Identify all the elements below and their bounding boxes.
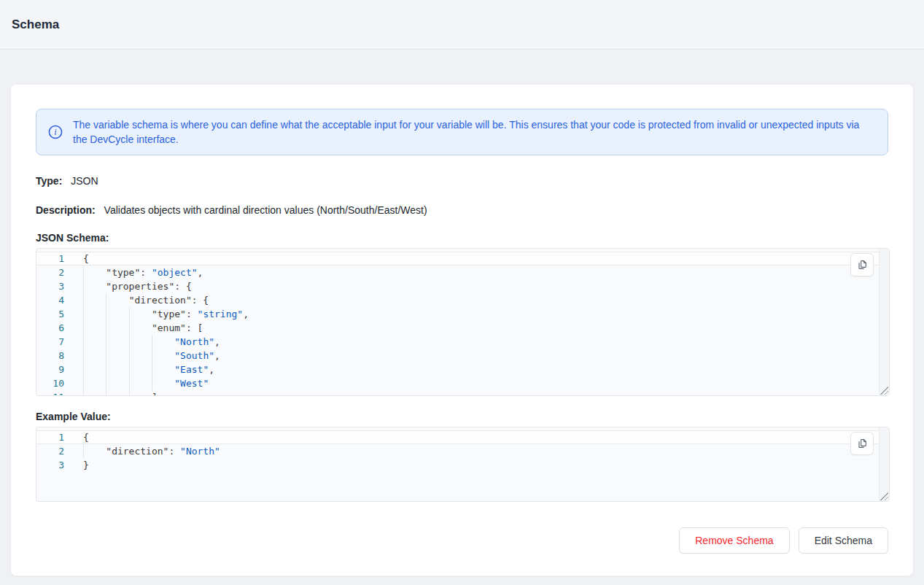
description-label: Description:: [36, 204, 96, 216]
code-line: 10 "West": [36, 376, 889, 390]
description-value: Validates objects with cardinal directio…: [104, 204, 427, 216]
info-alert: i The variable schema is where you can d…: [36, 109, 888, 155]
schema-card: i The variable schema is where you can d…: [10, 84, 914, 576]
line-number: 1: [36, 252, 83, 266]
code-line: 4 "direction": {: [36, 293, 889, 307]
code-line: 1{: [36, 252, 889, 266]
code-line: 9 "East",: [36, 363, 889, 376]
svg-text:i: i: [54, 127, 57, 137]
example-value-code: 1{2 "direction": "North"3}: [36, 427, 889, 472]
example-value-editor[interactable]: 1{2 "direction": "North"3}: [36, 427, 890, 502]
page-header: Schema: [0, 0, 924, 50]
line-number: 8: [36, 349, 83, 363]
line-number: 5: [36, 307, 83, 321]
code-line: 2 "direction": "North": [36, 444, 889, 458]
copy-button[interactable]: [850, 253, 874, 276]
edit-schema-button[interactable]: Edit Schema: [799, 527, 888, 554]
code-line: 1{: [36, 430, 889, 444]
code-line: 7 "North",: [36, 335, 889, 349]
line-number: 2: [36, 266, 83, 279]
footer-actions: Remove Schema Edit Schema: [36, 527, 888, 554]
line-number: 7: [36, 335, 83, 349]
copy-button[interactable]: [850, 432, 874, 455]
info-circle-icon: i: [48, 125, 63, 139]
json-schema-code: 1{2 "type": "object",3 "properties": {4 …: [36, 249, 889, 396]
description-field: Description: Validates objects with card…: [36, 203, 888, 217]
code-line: 3}: [36, 458, 889, 472]
code-line: 2 "type": "object",: [36, 266, 889, 279]
line-number: 3: [36, 279, 83, 293]
type-label: Type:: [36, 175, 62, 187]
code-line: 5 "type": "string",: [36, 307, 889, 321]
scrollbar-track[interactable]: [879, 427, 889, 501]
line-number: 9: [36, 363, 83, 376]
remove-schema-button[interactable]: Remove Schema: [679, 527, 789, 554]
alert-text: The variable schema is where you can def…: [73, 117, 876, 147]
line-number: 1: [36, 430, 83, 444]
json-schema-label: JSON Schema:: [36, 232, 888, 244]
example-value-label: Example Value:: [36, 411, 888, 422]
code-line: 6 "enum": [: [36, 321, 889, 335]
code-line: 8 "South",: [36, 349, 889, 363]
scrollbar-track[interactable]: [879, 249, 889, 395]
line-number: 3: [36, 458, 83, 472]
type-value: JSON: [71, 175, 98, 187]
copy-icon: [856, 438, 868, 449]
line-number: 6: [36, 321, 83, 335]
code-line: 3 "properties": {: [36, 279, 889, 293]
line-number: 4: [36, 293, 83, 307]
code-line: 11 ]: [36, 390, 889, 396]
line-number: 2: [36, 444, 83, 458]
page-title: Schema: [12, 18, 59, 32]
line-number: 10: [36, 376, 83, 390]
line-number: 11: [36, 390, 83, 396]
copy-icon: [856, 259, 868, 271]
json-schema-editor[interactable]: 1{2 "type": "object",3 "properties": {4 …: [36, 248, 890, 396]
type-field: Type: JSON: [36, 174, 888, 188]
